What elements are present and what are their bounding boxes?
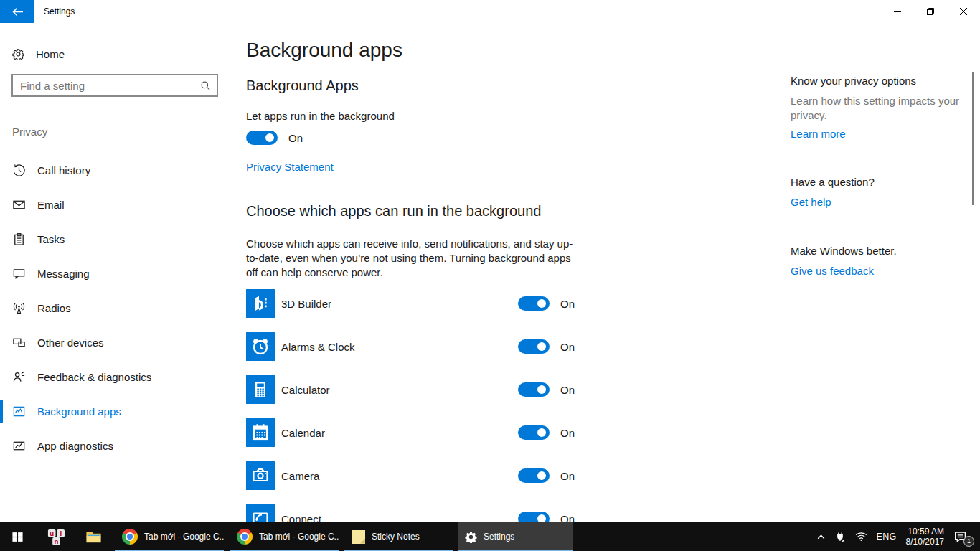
taskbar-settings[interactable]: Settings: [458, 522, 573, 551]
sidebar-item-label: App diagnostics: [37, 440, 113, 452]
master-toggle[interactable]: [246, 131, 278, 145]
settings-window: Settings Home Privacy Call history Email…: [0, 0, 980, 551]
app-toggle-state: On: [560, 384, 575, 396]
tray-language[interactable]: ENG: [877, 532, 897, 542]
3d-builder-app-icon: [246, 289, 275, 318]
search-box: [11, 74, 218, 97]
close-button[interactable]: [947, 0, 980, 23]
sidebar-item-email[interactable]: Email: [0, 187, 230, 222]
sidebar-item-background-apps[interactable]: Background apps: [0, 394, 230, 428]
app-toggle-3d-builder[interactable]: [518, 296, 550, 311]
other-devices-icon: [12, 336, 26, 349]
sidebar-item-home[interactable]: Home: [0, 42, 230, 66]
app-row-calendar: Calendar On: [246, 418, 575, 447]
app-row-3d-builder: 3D Builder On: [246, 289, 575, 318]
window-title: Settings: [44, 0, 75, 23]
app-name: Calculator: [281, 384, 518, 396]
get-help-link[interactable]: Get help: [791, 196, 831, 208]
taskbar-button-label: Sticky Notes: [372, 532, 420, 542]
tray-chevron-up[interactable]: [816, 532, 826, 542]
background-apps-icon: [12, 405, 26, 418]
start-button[interactable]: [0, 522, 34, 551]
minimize-icon: [894, 8, 901, 15]
chrome-icon: [122, 529, 138, 545]
sidebar-item-call-history[interactable]: Call history: [0, 153, 230, 187]
privacy-options-description: Learn how this setting impacts your priv…: [791, 94, 966, 123]
give-feedback-link[interactable]: Give us feedback: [791, 265, 874, 277]
master-toggle-row: On: [246, 131, 303, 145]
email-icon: [12, 198, 26, 212]
app-diagnostics-icon: [12, 439, 26, 453]
chevron-up-icon: [816, 532, 826, 542]
sidebar-item-feedback-diagnostics[interactable]: Feedback & diagnostics: [0, 359, 230, 394]
sidebar-item-label: Tasks: [37, 233, 65, 245]
app-name: Alarms & Clock: [281, 341, 518, 353]
background-apps-heading: Background Apps: [246, 77, 359, 94]
privacy-options-heading: Know your privacy options: [791, 75, 916, 87]
search-input[interactable]: [13, 80, 200, 92]
app-toggle-calculator[interactable]: [518, 382, 550, 397]
page-title: Background apps: [246, 39, 402, 62]
restore-icon: [927, 8, 934, 15]
tray-wifi[interactable]: [855, 532, 867, 542]
close-icon: [960, 8, 967, 15]
taskbar-chrome-2[interactable]: Tab mới - Google C...: [230, 522, 339, 551]
sidebar-item-messaging[interactable]: Messaging: [0, 256, 230, 291]
file-explorer-button[interactable]: [77, 522, 109, 551]
radios-icon: [12, 301, 26, 315]
taskbar-button-label: Tab mới - Google C...: [259, 532, 339, 542]
app-toggle-calendar[interactable]: [518, 425, 550, 440]
tray-power-status[interactable]: [835, 532, 846, 542]
app-row-camera: Camera On: [246, 461, 575, 490]
tray-time: 10:59 AM: [908, 527, 944, 537]
taskbar: uin Tab mới - Google C... Tab mới - Goog…: [0, 522, 980, 551]
master-toggle-state: On: [288, 132, 303, 144]
sidebar-item-label: Background apps: [37, 405, 121, 418]
restore-button[interactable]: [914, 0, 947, 23]
feedback-icon: [12, 370, 26, 384]
question-heading: Have a question?: [791, 176, 875, 188]
unikey-button[interactable]: uin: [40, 522, 72, 551]
minimize-button[interactable]: [881, 0, 914, 23]
app-toggle-state: On: [560, 298, 575, 310]
privacy-statement-link[interactable]: Privacy Statement: [246, 161, 334, 173]
app-toggle-state: On: [560, 341, 575, 353]
app-toggle-state: On: [560, 427, 575, 439]
call-history-icon: [12, 164, 26, 177]
unikey-icon: uin: [47, 527, 66, 547]
sidebar-section-privacy: Privacy: [12, 126, 47, 138]
titlebar: Settings: [0, 0, 980, 23]
learn-more-link[interactable]: Learn more: [791, 128, 846, 140]
sidebar-item-app-diagnostics[interactable]: App diagnostics: [0, 428, 230, 463]
search-icon: [200, 80, 217, 91]
app-row-calculator: Calculator On: [246, 375, 575, 404]
alarms-clock-app-icon: [246, 332, 275, 361]
tasks-icon: [12, 232, 26, 246]
svg-text:u: u: [50, 529, 54, 537]
system-tray: ENG 10:59 AM8/10/2017 1: [816, 522, 980, 551]
app-toggle-alarms-clock[interactable]: [518, 339, 550, 354]
sidebar-item-tasks[interactable]: Tasks: [0, 222, 230, 256]
taskbar-button-label: Settings: [484, 532, 514, 542]
taskbar-chrome-1[interactable]: Tab mới - Google C...: [115, 522, 224, 551]
windows-logo-icon: [11, 531, 24, 543]
sidebar-item-radios[interactable]: Radios: [0, 291, 230, 325]
sidebar-item-label: Email: [37, 199, 65, 211]
tray-clock[interactable]: 10:59 AM8/10/2017: [906, 527, 944, 547]
scrollbar[interactable]: [972, 72, 974, 205]
wifi-icon: [855, 532, 867, 542]
action-center-button[interactable]: 1: [953, 530, 971, 544]
choose-apps-heading: Choose which apps can run in the backgro…: [246, 203, 541, 220]
sticky-notes-icon: [352, 530, 365, 544]
camera-app-icon: [246, 461, 275, 490]
back-button[interactable]: [0, 0, 34, 23]
sidebar-item-other-devices[interactable]: Other devices: [0, 325, 230, 359]
file-explorer-icon: [85, 528, 103, 546]
sidebar-item-label: Feedback & diagnostics: [37, 371, 151, 383]
app-toggle-state: On: [560, 470, 575, 482]
taskbar-button-label: Tab mới - Google C...: [144, 532, 224, 542]
master-toggle-label: Let apps run in the background: [246, 110, 395, 122]
app-toggle-camera[interactable]: [518, 468, 550, 483]
taskbar-sticky-notes[interactable]: Sticky Notes: [344, 522, 453, 551]
svg-text:n: n: [54, 537, 58, 545]
